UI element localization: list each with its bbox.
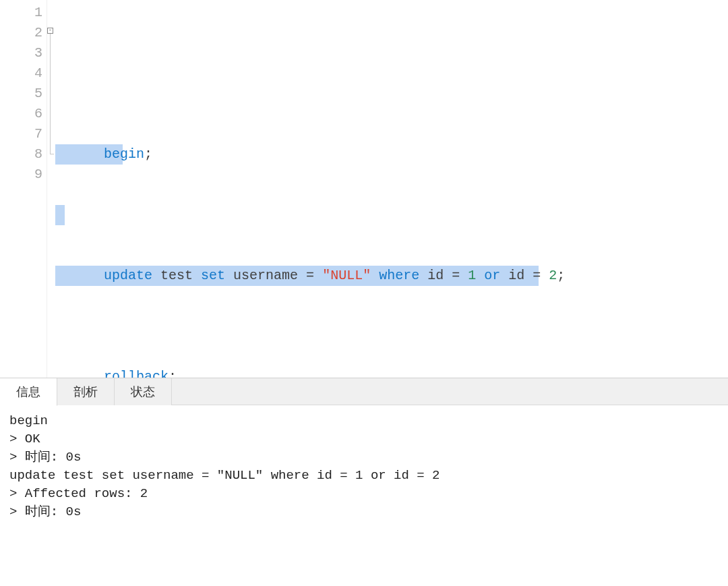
code-editor[interactable]: begin; update test set username = "NULL"… bbox=[55, 0, 728, 378]
code-line[interactable] bbox=[55, 286, 728, 306]
output-line: begin bbox=[9, 412, 719, 430]
fold-gutter: - bbox=[47, 0, 55, 378]
code-line[interactable] bbox=[55, 165, 728, 185]
code-line[interactable]: update test set username = "NULL" where … bbox=[55, 225, 728, 245]
number-literal: 1 bbox=[468, 268, 476, 283]
line-number: 6 bbox=[0, 104, 42, 124]
output-log[interactable]: begin> OK> 时间: 0supdate test set usernam… bbox=[0, 405, 728, 586]
sql-editor-pane: 1 2 3 4 5 6 7 8 9 - begin; update test s… bbox=[0, 0, 728, 378]
string-literal: "NULL" bbox=[322, 268, 371, 283]
line-number: 4 bbox=[0, 63, 42, 84]
code-line[interactable]: rollback; bbox=[55, 347, 728, 367]
output-line: > 时间: 0s bbox=[9, 448, 719, 467]
line-number: 9 bbox=[0, 165, 42, 185]
keyword-begin: begin bbox=[104, 146, 144, 162]
tab-profile[interactable]: 剖析 bbox=[57, 378, 115, 405]
keyword-where: where bbox=[379, 268, 419, 283]
output-line: > Affected rows: 2 bbox=[9, 485, 719, 503]
keyword-rollback: rollback bbox=[104, 369, 169, 378]
tab-info[interactable]: 信息 bbox=[0, 378, 57, 406]
tab-bar-spacer bbox=[172, 378, 728, 405]
output-line: update test set username = "NULL" where … bbox=[9, 467, 719, 485]
keyword-set: set bbox=[201, 268, 225, 283]
line-number: 2 bbox=[0, 23, 42, 43]
line-number: 8 bbox=[0, 144, 42, 165]
line-number-gutter: 1 2 3 4 5 6 7 8 9 bbox=[0, 0, 47, 378]
output-line: > 时间: 0s bbox=[9, 503, 719, 521]
number-literal: 2 bbox=[549, 268, 557, 283]
line-number: 7 bbox=[0, 124, 42, 144]
fold-toggle-icon[interactable]: - bbox=[47, 28, 53, 34]
tab-status[interactable]: 状态 bbox=[115, 378, 172, 405]
line-number: 1 bbox=[0, 3, 42, 23]
line-number: 3 bbox=[0, 43, 42, 63]
keyword-or: or bbox=[484, 268, 500, 283]
keyword-update: update bbox=[104, 268, 152, 283]
results-pane: 信息 剖析 状态 begin> OK> 时间: 0supdate test se… bbox=[0, 378, 728, 586]
code-line[interactable]: begin; bbox=[55, 104, 728, 124]
code-line[interactable] bbox=[55, 43, 728, 63]
line-number: 5 bbox=[0, 84, 42, 104]
output-line: > OK bbox=[9, 430, 719, 448]
results-tab-bar: 信息 剖析 状态 bbox=[0, 378, 728, 405]
